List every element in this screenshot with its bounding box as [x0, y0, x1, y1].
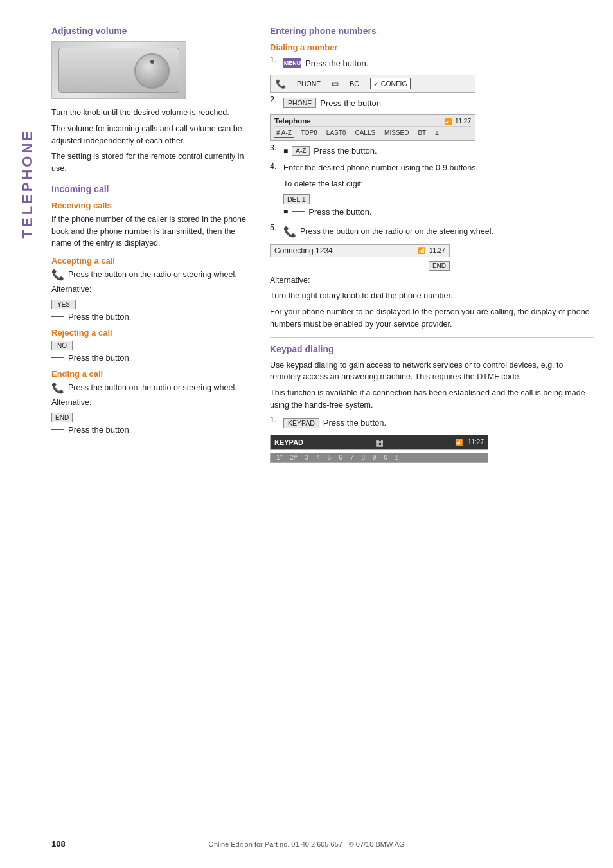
no-button-row: NO — [51, 341, 251, 350]
step-4-content: Enter the desired phone number using the… — [283, 162, 594, 219]
step-2-text: Press the button — [320, 98, 381, 108]
volume-knob-image — [51, 41, 186, 99]
del-button[interactable]: DEL ± — [283, 194, 310, 204]
key-6[interactable]: 6 — [337, 454, 344, 461]
step-1-number: 1. — [270, 55, 280, 64]
step-4-text: Enter the desired phone number using the… — [283, 162, 594, 174]
tab-last8[interactable]: LAST8 — [324, 129, 348, 138]
nav-bc[interactable]: BC — [346, 78, 362, 89]
dash-2 — [51, 357, 64, 358]
kp-right: 📶 11:27 — [455, 439, 484, 446]
tab-top8[interactable]: TOP8 — [299, 129, 319, 138]
rejecting-call-subtitle: Rejecting a call — [51, 328, 251, 338]
end-button[interactable]: END — [51, 413, 73, 422]
connecting-right: 📶 11:27 — [418, 247, 445, 254]
end-row-below-screen: END — [270, 261, 450, 271]
keypad-para-1: Use keypad dialing to gain access to net… — [270, 359, 594, 384]
dash-3 — [51, 429, 64, 430]
connecting-screen: Connecting 1234 📶 11:27 — [270, 244, 450, 257]
key-7[interactable]: 7 — [348, 454, 356, 461]
yes-press-row: Press the button. — [51, 312, 251, 321]
keypad-step-1-text: Press the button. — [323, 418, 386, 428]
keypad-step-1: 1. KEYPAD Press the button. — [270, 415, 594, 431]
nav-separator-1: ▭ — [332, 79, 339, 88]
key-1[interactable]: 1* — [274, 454, 284, 461]
end-button-row: END — [51, 413, 251, 422]
footer-text: Online Edition for Part no. 01 40 2 605 … — [208, 840, 404, 848]
keypad-screen-bottom: 1* 2# 3 4 5 6 7 8 9 0 ± — [270, 453, 488, 463]
kp-title: KEYPAD — [274, 439, 303, 446]
entering-phone-numbers-section: Entering phone numbers Dialing a number … — [270, 26, 594, 463]
tel-screen-title: Telephone — [274, 117, 311, 125]
key-pm[interactable]: ± — [393, 454, 401, 461]
accepting-call-subsection: Accepting a call 📞 Press the button on t… — [51, 256, 251, 321]
rejecting-call-subsection: Rejecting a call NO Press the button. — [51, 328, 251, 363]
yes-button[interactable]: YES — [51, 300, 76, 309]
phone-button[interactable]: PHONE — [283, 98, 316, 108]
connecting-text: Connecting 1234 — [274, 246, 333, 255]
telephone-tabs: # A-Z TOP8 LAST8 CALLS MISSED BT ± — [274, 129, 471, 138]
step-2-number: 2. — [270, 95, 280, 104]
dial-step-3: 3. ■ A-Z Press the button. — [270, 143, 594, 158]
connecting-signal: 📶 — [418, 247, 425, 254]
no-press-row: Press the button. — [51, 353, 251, 363]
key-4[interactable]: 4 — [314, 454, 322, 461]
volume-knob — [134, 53, 170, 89]
key-2[interactable]: 2# — [288, 454, 299, 461]
tab-bt[interactable]: BT — [416, 129, 428, 138]
ending-alternative-label: Alternative: — [51, 397, 251, 409]
dialing-number-subsection: Dialing a number 1. MENU Press the butto… — [270, 42, 594, 330]
keypad-button[interactable]: KEYPAD — [283, 418, 319, 428]
incoming-call-title: Incoming call — [51, 184, 251, 194]
connecting-time: 11:27 — [429, 247, 445, 254]
ending-call-subsection: Ending a call 📞 Press the button on the … — [51, 369, 251, 435]
phone-end-icon: 📞 — [51, 382, 64, 394]
key-5[interactable]: 5 — [326, 454, 333, 461]
end-screen-button[interactable]: END — [429, 261, 450, 271]
receiving-calls-text: If the phone number of the caller is sto… — [51, 213, 251, 249]
step-4-number: 4. — [270, 162, 280, 171]
dialing-number-subtitle: Dialing a number — [270, 42, 594, 52]
receiving-calls-subtitle: Receiving calls — [51, 201, 251, 210]
alternative-text-dial: Turn the right rotary knob to dial the p… — [270, 290, 594, 302]
keypad-para-2: This function is available if a connecti… — [270, 387, 594, 411]
step-2-content: PHONE Press the button — [283, 95, 594, 111]
nav-phone[interactable]: PHONE — [294, 78, 324, 89]
footer: Online Edition for Part no. 01 40 2 605 … — [0, 839, 613, 849]
key-0[interactable]: 0 — [382, 454, 390, 461]
tab-pm[interactable]: ± — [433, 129, 441, 138]
dash-1 — [51, 316, 64, 317]
phone-dial-icon: 📞 — [283, 226, 296, 238]
rejecting-press-text: Press the button. — [68, 353, 131, 363]
key-3[interactable]: 3 — [303, 454, 311, 461]
kp-signal: 📶 — [455, 439, 463, 446]
kp-time: 11:27 — [468, 439, 484, 446]
accepting-call-subtitle: Accepting a call — [51, 256, 251, 266]
keypad-dialing-section: Keypad dialing Use keypad dialing to gai… — [270, 344, 594, 463]
vol-para-1: Turn the knob until the desired volume i… — [51, 107, 251, 119]
tel-screen-header-right: 📶 11:27 — [444, 118, 471, 125]
ending-call-icon-row: 📞 Press the button on the radio or steer… — [51, 382, 251, 394]
del-press-text: Press the button. — [308, 207, 371, 217]
menu-button[interactable]: MENU — [283, 58, 301, 68]
tab-missed[interactable]: MISSED — [382, 129, 411, 138]
step-5-number: 5. — [270, 223, 280, 232]
delete-label: To delete the last digit: — [283, 178, 594, 190]
no-button[interactable]: NO — [51, 341, 73, 350]
tab-az[interactable]: # A-Z — [274, 129, 294, 138]
accepting-call-icon-row: 📞 Press the button on the radio or steer… — [51, 269, 251, 281]
dial-step-1: 1. MENU Press the button. — [270, 55, 594, 71]
nav-config[interactable]: ✓ CONFIG — [370, 78, 411, 89]
keypad-dialing-title: Keypad dialing — [270, 344, 594, 354]
keypad-step-1-content: KEYPAD Press the button. — [283, 415, 594, 431]
tab-calls[interactable]: CALLS — [353, 129, 377, 138]
dial-step-2: 2. PHONE Press the button — [270, 95, 594, 111]
incoming-call-section: Incoming call Receiving calls If the pho… — [51, 184, 251, 435]
tel-time: 11:27 — [455, 118, 471, 125]
key-9[interactable]: 9 — [371, 454, 378, 461]
ending-press-text: Press the button. — [68, 425, 131, 435]
del-button-row: DEL ± — [283, 194, 594, 204]
key-8[interactable]: 8 — [359, 454, 367, 461]
az-button[interactable]: A-Z — [292, 146, 310, 156]
kp-icon: ▦ — [375, 437, 384, 448]
